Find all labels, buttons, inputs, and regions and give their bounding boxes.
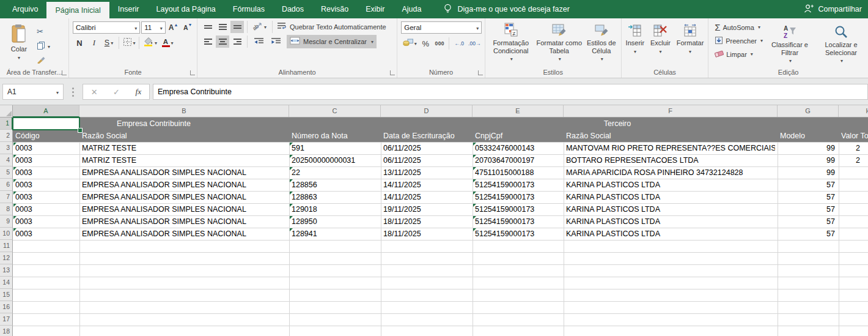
field-header-F[interactable]: Razão Social <box>566 130 775 142</box>
copy-dropdown-arrow[interactable] <box>48 42 50 50</box>
cell-E6[interactable]: 51254159000173 <box>475 179 561 191</box>
cell-B6[interactable]: EMPRESA ANALISADOR SIMPLES NACIONAL <box>82 179 287 191</box>
insert-function-icon[interactable]: fx <box>135 87 141 97</box>
cut-button[interactable]: ✂ <box>37 26 50 37</box>
cell-G3[interactable]: 99 <box>780 142 835 154</box>
row-header-4[interactable]: 4 <box>0 154 13 166</box>
cell-F4[interactable]: BOTTARO REPRESENTACOES LTDA <box>566 154 775 166</box>
cancel-icon[interactable]: ✕ <box>91 88 98 97</box>
row-header-6[interactable]: 6 <box>0 179 13 191</box>
cell-E10[interactable]: 51254159000173 <box>475 228 561 240</box>
cell-A9[interactable]: 0003 <box>15 215 77 228</box>
cell-B10[interactable]: EMPRESA ANALISADOR SIMPLES NACIONAL <box>82 228 287 240</box>
share-button[interactable]: Compartilhar <box>804 0 868 18</box>
cell-A3[interactable]: 0003 <box>15 142 77 154</box>
cell-B7[interactable]: EMPRESA ANALISADOR SIMPLES NACIONAL <box>82 191 287 203</box>
format-as-table-button[interactable]: Formatar como Tabela <box>535 20 583 68</box>
cell-D9[interactable]: 18/11/2025 <box>383 215 470 228</box>
active-cell-a1[interactable] <box>12 117 80 130</box>
bold-button[interactable]: N <box>73 37 86 49</box>
cell-E3[interactable]: 05332476000143 <box>475 142 561 154</box>
copy-button[interactable] <box>37 40 50 51</box>
cell-D6[interactable]: 14/11/2025 <box>383 179 470 191</box>
cell-F10[interactable]: KARINA PLASTICOS LTDA <box>566 228 775 240</box>
tab-exibir[interactable]: Exibir <box>357 0 393 18</box>
row-header-5[interactable]: 5 <box>0 166 13 179</box>
decrease-indent-button[interactable] <box>251 35 267 48</box>
column-header-B[interactable]: B <box>79 105 289 117</box>
cell-F9[interactable]: KARINA PLASTICOS LTDA <box>566 215 775 228</box>
cell-E4[interactable]: 20703647000197 <box>475 154 561 166</box>
format-painter-button[interactable] <box>37 54 50 65</box>
row-header-1[interactable]: 1 <box>0 118 13 130</box>
row-header-8[interactable]: 8 <box>0 203 13 215</box>
row-header-16[interactable]: 16 <box>0 301 13 313</box>
field-header-B[interactable]: Razão Social <box>82 130 287 142</box>
decrease-font-button[interactable]: A▼ <box>181 21 194 34</box>
font-color-button[interactable]: A <box>160 37 175 49</box>
cell-B4[interactable]: MATRIZ TESTE <box>82 154 287 166</box>
formula-bar-splitter[interactable] <box>72 84 74 100</box>
merge-center-button[interactable]: Mesclar e Centralizar <box>287 35 377 48</box>
increase-font-button[interactable]: A▲ <box>167 21 180 34</box>
row-header-7[interactable]: 7 <box>0 191 13 203</box>
row-header-15[interactable]: 15 <box>0 289 13 301</box>
row-header-11[interactable]: 11 <box>0 240 13 252</box>
cell-A5[interactable]: 0003 <box>15 166 77 179</box>
cell-C9[interactable]: 128950 <box>292 215 378 228</box>
cell-A6[interactable]: 0003 <box>15 179 77 191</box>
align-top-button[interactable] <box>201 21 215 33</box>
row-header-14[interactable]: 14 <box>0 277 13 289</box>
comma-style-button[interactable]: 000 <box>433 37 446 50</box>
cell-G5[interactable]: 99 <box>780 166 835 179</box>
cell-A7[interactable]: 0003 <box>15 191 77 203</box>
cell-A4[interactable]: 0003 <box>15 154 77 166</box>
cell-B3[interactable]: MATRIZ TESTE <box>82 142 287 154</box>
column-header-D[interactable]: D <box>381 105 473 117</box>
cell-B8[interactable]: EMPRESA ANALISADOR SIMPLES NACIONAL <box>82 203 287 215</box>
number-dialog-launcher-icon[interactable] <box>478 70 483 75</box>
cell-F7[interactable]: KARINA PLASTICOS LTDA <box>566 191 775 203</box>
name-box[interactable]: A1 <box>2 84 64 100</box>
row-header-10[interactable]: 10 <box>0 228 13 240</box>
align-bottom-button[interactable] <box>230 21 244 33</box>
cell-G10[interactable]: 57 <box>780 228 835 240</box>
field-header-A[interactable]: Código <box>15 130 77 142</box>
conditional-formatting-button[interactable]: ≠ Formatação Condicional <box>487 20 535 68</box>
decrease-decimal-button[interactable]: .00→ <box>467 37 482 50</box>
cell-G9[interactable]: 57 <box>780 215 835 228</box>
cell-C3[interactable]: 591 <box>292 142 378 154</box>
formula-input[interactable]: Empresa Contribuinte <box>153 84 868 100</box>
field-header-G[interactable]: Modelo <box>780 130 836 142</box>
font-dialog-launcher-icon[interactable] <box>190 70 195 75</box>
borders-button[interactable] <box>122 37 136 49</box>
cell-F5[interactable]: MARIA APARICIDA ROSA PINHEIRO 3473212482… <box>566 166 775 179</box>
cell-D5[interactable]: 13/11/2025 <box>383 166 470 179</box>
cell-A8[interactable]: 0003 <box>15 203 77 215</box>
tab-ajuda[interactable]: Ajuda <box>393 0 430 18</box>
cell-G4[interactable]: 99 <box>780 154 835 166</box>
column-header-A[interactable]: A <box>13 105 79 118</box>
paste-button[interactable]: Colar <box>5 21 33 68</box>
row-header-13[interactable]: 13 <box>0 264 13 277</box>
delete-cells-button[interactable]: Excluir <box>650 21 671 68</box>
column-header-G[interactable]: G <box>778 105 839 117</box>
tab-dados[interactable]: Dados <box>273 0 312 18</box>
align-middle-button[interactable] <box>216 21 229 33</box>
cell-E5[interactable]: 47511015000188 <box>475 166 561 179</box>
italic-button[interactable]: I <box>87 37 101 49</box>
cell-F8[interactable]: KARINA PLASTICOS LTDA <box>566 203 775 215</box>
cell-D7[interactable]: 14/11/2025 <box>383 191 470 203</box>
row-header-2[interactable]: 2 <box>0 130 13 142</box>
autosum-button[interactable]: ΣAutoSoma <box>715 21 763 33</box>
fill-button[interactable]: Preencher <box>715 35 763 47</box>
sort-filter-button[interactable]: AZ Classificar e Filtrar <box>768 21 812 68</box>
clear-button[interactable]: Limpar <box>715 48 763 60</box>
cell-styles-button[interactable]: Estilos de Célula <box>583 20 620 68</box>
fill-handle[interactable] <box>78 128 83 133</box>
percent-style-button[interactable]: % <box>419 37 432 50</box>
select-all-corner[interactable] <box>0 105 13 118</box>
cell-G6[interactable]: 57 <box>780 179 835 191</box>
font-size-combo[interactable]: 11 <box>141 21 165 34</box>
find-select-button[interactable]: Localizar e Selecionar <box>817 21 866 68</box>
